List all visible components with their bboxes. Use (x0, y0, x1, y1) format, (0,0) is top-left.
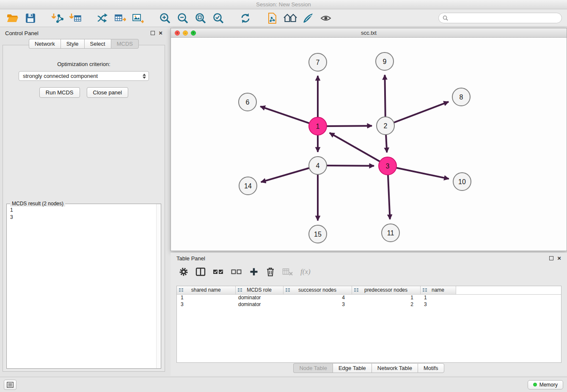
table-cell: 3 (177, 301, 235, 308)
export-table-button[interactable] (113, 11, 128, 26)
edge-2-8[interactable] (393, 102, 449, 123)
zoom-selected-icon (212, 12, 224, 24)
trash-icon (266, 267, 275, 277)
table-cell: 3 (283, 301, 352, 308)
tab-mcds[interactable]: MCDS (111, 39, 139, 49)
export-image-button[interactable] (130, 11, 146, 26)
show-hide-button[interactable] (318, 11, 333, 26)
home-button[interactable] (283, 11, 298, 26)
zoom-fit-icon (195, 12, 206, 24)
network-view-button[interactable] (265, 11, 280, 26)
home-icon (283, 13, 297, 24)
column-header-successor-nodes[interactable]: successor nodes (283, 286, 352, 294)
search-input[interactable] (450, 15, 558, 21)
memory-label: Memory (539, 382, 558, 388)
selected-option-label: strongly connected component (23, 73, 98, 79)
edge-4-14[interactable] (261, 168, 311, 182)
tab-edge-table[interactable]: Edge Table (333, 363, 372, 373)
control-panel: Control Panel Network Style Select MCDS … (0, 27, 168, 373)
edge-4-3[interactable] (325, 166, 374, 166)
maximize-window-button[interactable] (191, 30, 196, 36)
search-icon (443, 15, 448, 21)
edge-3-1[interactable] (330, 133, 381, 162)
close-panel-button[interactable]: Close panel (87, 87, 129, 98)
tab-select[interactable]: Select (84, 39, 111, 49)
node-label-1: 1 (316, 123, 320, 130)
delete-button[interactable] (266, 267, 275, 277)
column-header-shared-name[interactable]: shared name (177, 286, 235, 294)
tab-style[interactable]: Style (61, 39, 84, 49)
network-window-titlebar[interactable]: scc.txt (171, 28, 567, 38)
column-header-name[interactable]: name (420, 286, 456, 294)
column-header-predecessor-nodes[interactable]: predecessor nodes (352, 286, 420, 294)
function-builder-button[interactable]: f(x) (300, 268, 311, 276)
export-table-icon (114, 12, 127, 24)
style-brush-button[interactable] (300, 11, 316, 26)
deselect-all-button[interactable] (231, 268, 242, 276)
table-cell: 1 (177, 294, 235, 301)
show-panel-menu-button[interactable] (4, 380, 17, 390)
optimization-criterion-label: Optimization criterion: (3, 61, 165, 67)
edge-3-11[interactable] (388, 174, 390, 219)
close-window-button[interactable] (175, 30, 180, 36)
table-settings-button[interactable] (179, 267, 188, 276)
tab-motifs[interactable]: Motifs (418, 363, 444, 373)
edge-1-2[interactable] (325, 126, 372, 126)
import-table-button[interactable] (68, 11, 83, 26)
result-scrollbar[interactable] (156, 204, 161, 368)
node-label-3: 3 (386, 163, 390, 170)
edge-1-6[interactable] (260, 106, 311, 124)
edge-3-10[interactable] (395, 168, 449, 179)
refresh-icon (239, 12, 251, 24)
main-toolbar (0, 9, 567, 27)
mcds-result-line: 1 (10, 207, 157, 214)
run-mcds-button[interactable]: Run MCDS (39, 87, 80, 98)
edge-2-9[interactable] (385, 75, 385, 118)
open-file-button[interactable] (5, 11, 20, 26)
minimize-window-button[interactable] (183, 30, 188, 36)
tab-node-table[interactable]: Node Table (293, 363, 333, 373)
node-label-8: 8 (460, 94, 463, 101)
table-row[interactable]: 1dominator411 (177, 294, 561, 301)
float-table-panel-icon[interactable] (549, 256, 553, 260)
edge-2-3[interactable] (386, 133, 387, 152)
select-all-button[interactable] (213, 268, 224, 276)
mcds-result-line: 3 (10, 214, 157, 221)
tab-network-table[interactable]: Network Table (372, 363, 418, 373)
memory-button[interactable]: Memory (528, 380, 563, 389)
toggle-columns-button[interactable] (195, 267, 206, 276)
tab-network[interactable]: Network (29, 39, 61, 49)
columns-icon (195, 267, 206, 276)
table-header-row: shared name MCDS role successor nodes pr… (177, 286, 561, 294)
import-network-button[interactable] (50, 11, 65, 26)
optimization-criterion-select[interactable]: strongly connected component (19, 71, 149, 81)
zoom-fit-button[interactable] (193, 11, 208, 26)
zoom-in-button[interactable] (157, 11, 173, 26)
list-icon (7, 382, 14, 388)
column-type-icon (237, 288, 242, 293)
apply-layout-button[interactable] (238, 11, 253, 26)
new-network-from-selection-button[interactable] (95, 11, 110, 26)
close-table-panel-icon[interactable] (557, 256, 561, 260)
table-cell-filler (456, 294, 561, 301)
search-box (438, 13, 562, 23)
mcds-result-list[interactable]: 13 (7, 204, 161, 224)
save-session-button[interactable] (23, 11, 38, 26)
network-arrows-icon (96, 12, 108, 24)
column-type-icon (285, 288, 290, 293)
column-header-mcds-role[interactable]: MCDS role (235, 286, 283, 294)
zoom-out-icon (177, 12, 189, 24)
add-column-button[interactable] (249, 267, 259, 276)
float-panel-icon[interactable] (151, 31, 155, 35)
network-canvas[interactable]: 7968124314101511 (171, 38, 567, 251)
zoom-selected-button[interactable] (211, 11, 226, 26)
delete-table-button[interactable] (282, 268, 293, 276)
network-document-icon (267, 12, 278, 24)
close-panel-icon[interactable] (159, 31, 162, 35)
table-row[interactable]: 3dominator323 (177, 301, 561, 308)
column-label: name (432, 287, 444, 293)
deselect-all-icon (231, 268, 242, 276)
zoom-out-button[interactable] (175, 11, 190, 26)
table-cell: 1 (420, 294, 456, 301)
column-label: successor nodes (298, 287, 336, 293)
